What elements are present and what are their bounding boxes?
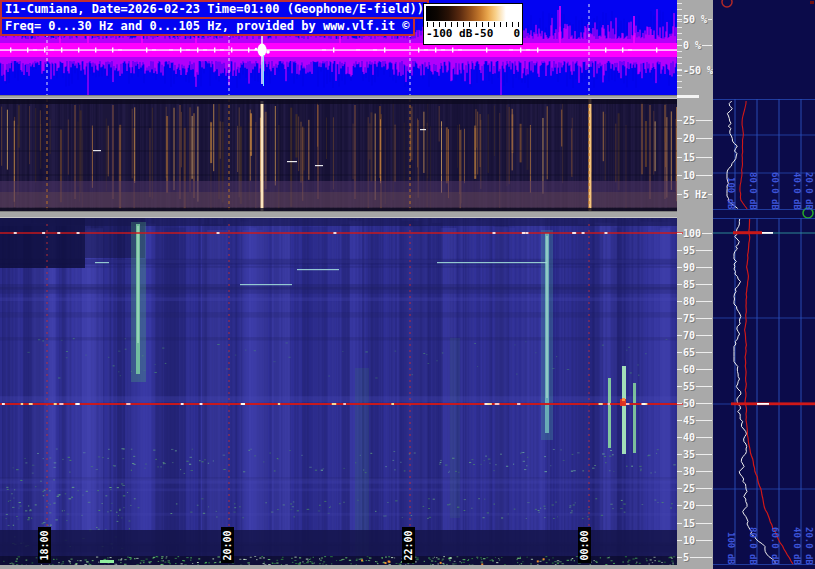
freq-scale-label-105hz-text: 45 [682, 415, 696, 426]
db-label-105hz: 80.0 dB [748, 527, 758, 565]
freq-scale-label-105hz-text: 95 [682, 245, 696, 256]
100hz-peak [733, 231, 762, 234]
freq-scale-label-105hz-text: 5 [682, 552, 690, 563]
burst-streak [633, 383, 636, 453]
burst-streak [608, 378, 611, 448]
cyan-tone [297, 269, 339, 270]
separator-2 [0, 211, 677, 218]
db-label-105hz: 40.0 dB [792, 527, 802, 565]
freq-scale-label-105hz: 10 [677, 535, 713, 546]
time-label: 22:00 [402, 527, 415, 563]
db-label-30hz: 60.0 dB [770, 172, 780, 210]
freq-scale-label-105hz-text: 10 [682, 535, 696, 546]
title-box: I1-Cumiana, Date=2026-02-23 Time=01:00 (… [0, 0, 429, 36]
50hz-peak [731, 402, 815, 405]
freq-scale-label-30hz-text: 20 [682, 133, 696, 144]
freq-scale-label-105hz-text: 90 [682, 262, 696, 273]
colorbar-legend: -100 dB -50 0 [423, 3, 523, 45]
frequency-scale-strip: 50 %0 %-50 %252015105 Hz1009590858075706… [677, 0, 713, 569]
freq-scale-label-105hz: 45 [677, 415, 713, 426]
spectrogram-0-105hz-plot [0, 218, 677, 565]
time-label: 18:00 [38, 527, 51, 563]
db-label-105hz: 60.0 dB [770, 527, 780, 565]
db-label-105hz: 100 dB [726, 532, 736, 565]
spectrum-side-plot [713, 0, 815, 569]
percent-scale-label: -50 % [677, 65, 713, 76]
freq-scale-label-30hz: 10 [677, 170, 713, 181]
burst-streak [622, 366, 626, 454]
axis-corner-mark [677, 95, 699, 98]
time-label: 20:00 [221, 527, 234, 563]
freq-scale-label-105hz-text: 30 [682, 466, 696, 477]
freq-scale-label-105hz-text: 100 [682, 228, 702, 239]
percent-scale-label: 0 % [677, 40, 713, 51]
freq-scale-label-105hz-text: 50 [682, 398, 696, 409]
waveform-tick [677, 3, 682, 4]
percent-scale-label-text: 0 % [682, 40, 702, 51]
freq-scale-label-105hz: 30 [677, 466, 713, 477]
freq-scale-label-30hz-text: 5 Hz [682, 189, 708, 200]
cyan-tone [95, 262, 109, 263]
freq-scale-label-105hz: 80 [677, 296, 713, 307]
colorbar-label-max: 0 [513, 27, 520, 41]
freq-scale-label-105hz-text: 60 [682, 364, 696, 375]
freq-scale-label-105hz: 35 [677, 449, 713, 460]
db-label-30hz: 100 dB [726, 177, 736, 210]
vlf-monitor-screen: I1-Cumiana, Date=2026-02-23 Time=01:00 (… [0, 0, 815, 569]
freq-scale-label-105hz: 75 [677, 313, 713, 324]
freq-scale-label-105hz: 60 [677, 364, 713, 375]
time-label-text: 18:00 [39, 530, 50, 560]
percent-scale-label-text: 50 % [682, 14, 708, 25]
freq-scale-label-105hz: 70 [677, 330, 713, 341]
time-label: 00:00 [578, 527, 591, 563]
percent-scale-label-text: -50 % [682, 65, 714, 76]
waveform-tick [677, 27, 682, 28]
freq-scale-label-105hz: 50 [677, 398, 713, 409]
db-label-30hz: 40.0 dB [792, 172, 802, 210]
colorbar-labels: -100 dB -50 0 [424, 27, 522, 41]
db-label-30hz: 80.0 dB [748, 172, 758, 210]
waveform-tick [677, 57, 682, 58]
freq-scale-label-105hz-text: 15 [682, 518, 696, 529]
time-label-text: 20:00 [222, 530, 233, 560]
freq-scale-label-30hz: 25 [677, 115, 713, 126]
db-label-30hz: 20.0 dB [804, 172, 814, 210]
spectrum-side-panel: 100 dB80.0 dB60.0 dB40.0 dB20.0 dB100 dB… [713, 0, 815, 569]
freq-scale-label-105hz-text: 65 [682, 347, 696, 358]
freq-scale-label-105hz-text: 20 [682, 500, 696, 511]
spectrogram-0-105hz: 18:0020:0022:0000:00 [0, 218, 677, 565]
freq-scale-label-105hz: 65 [677, 347, 713, 358]
freq-scale-label-105hz: 15 [677, 518, 713, 529]
freq-scale-label-30hz: 15 [677, 152, 713, 163]
spectrogram-0-30hz [0, 99, 677, 211]
freq-scale-label-105hz: 85 [677, 279, 713, 290]
waveform-tick [677, 81, 682, 82]
colorbar-gradient [426, 6, 520, 21]
freq-scale-label-105hz: 90 [677, 262, 713, 273]
freq-scale-label-105hz: 100 [677, 228, 713, 239]
db-label-105hz: 20.0 dB [804, 527, 814, 565]
freq-scale-label-30hz: 20 [677, 133, 713, 144]
cyan-tone [437, 262, 547, 263]
time-label-text: 22:00 [403, 530, 414, 560]
cyan-tone [240, 284, 292, 285]
freq-scale-label-105hz-text: 75 [682, 313, 696, 324]
freq-scale-label-105hz-text: 25 [682, 483, 696, 494]
spectrogram-0-30hz-plot [0, 99, 677, 211]
freq-scale-label-30hz-text: 15 [682, 152, 696, 163]
waveform-tick [677, 33, 682, 34]
freq-scale-label-105hz: 20 [677, 500, 713, 511]
waveform-tick [677, 87, 682, 88]
colorbar-label-min: -100 dB [426, 27, 472, 41]
percent-scale-label: 50 % [677, 14, 713, 25]
freq-scale-label-105hz: 40 [677, 432, 713, 443]
freq-scale-label-105hz-text: 40 [682, 432, 696, 443]
freq-scale-label-30hz-text: 25 [682, 115, 696, 126]
freq-scale-label-105hz-text: 80 [682, 296, 696, 307]
title-line2: Freq= 0...30 Hz and 0...105 Hz, provided… [0, 17, 415, 36]
waveform-tick [677, 9, 682, 10]
freq-scale-label-30hz: 5 Hz [677, 189, 713, 200]
freq-scale-label-105hz: 55 [677, 381, 713, 392]
freq-scale-label-105hz-text: 55 [682, 381, 696, 392]
freq-scale-label-105hz: 95 [677, 245, 713, 256]
